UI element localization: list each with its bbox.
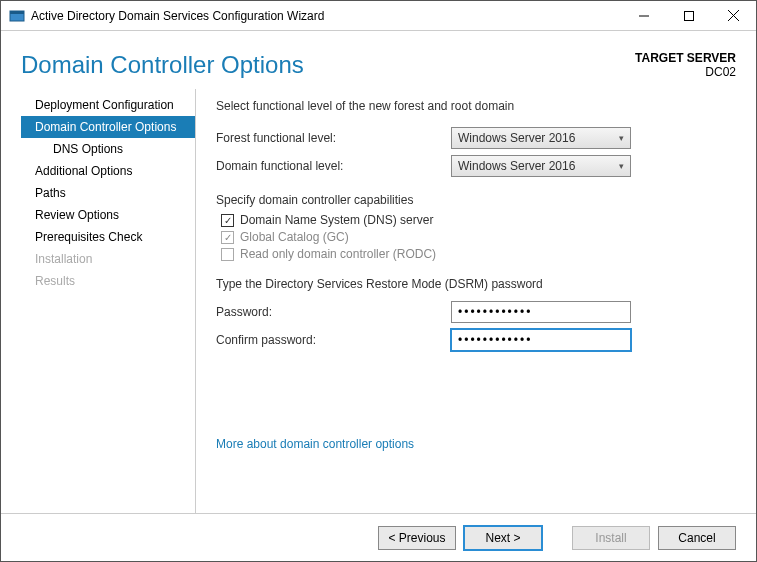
dsrm-intro: Type the Directory Services Restore Mode… xyxy=(216,277,731,291)
dns-checkbox[interactable] xyxy=(221,214,234,227)
password-label: Password: xyxy=(216,305,451,319)
domain-level-dropdown[interactable]: Windows Server 2016 ▾ xyxy=(451,155,631,177)
target-server-label: TARGET SERVER xyxy=(635,51,736,65)
dns-checkbox-label: Domain Name System (DNS) server xyxy=(240,213,433,227)
nav-paths[interactable]: Paths xyxy=(21,182,195,204)
nav-sidebar: Deployment Configuration Domain Controll… xyxy=(21,89,196,513)
next-button[interactable]: Next > xyxy=(464,526,542,550)
functional-level-intro: Select functional level of the new fores… xyxy=(216,99,731,113)
maximize-button[interactable] xyxy=(666,1,711,31)
svg-rect-3 xyxy=(684,11,693,20)
body: Deployment Configuration Domain Controll… xyxy=(1,89,756,513)
install-button: Install xyxy=(572,526,650,550)
rodc-checkbox-label: Read only domain controller (RODC) xyxy=(240,247,436,261)
previous-button[interactable]: < Previous xyxy=(378,526,456,550)
more-about-link[interactable]: More about domain controller options xyxy=(216,437,414,451)
forest-level-value: Windows Server 2016 xyxy=(458,131,575,145)
nav-installation: Installation xyxy=(21,248,195,270)
nav-review-options[interactable]: Review Options xyxy=(21,204,195,226)
gc-checkbox-label: Global Catalog (GC) xyxy=(240,230,349,244)
target-server-name: DC02 xyxy=(635,65,736,79)
domain-level-label: Domain functional level: xyxy=(216,159,451,173)
confirm-password-input[interactable] xyxy=(451,329,631,351)
header: Domain Controller Options TARGET SERVER … xyxy=(1,31,756,89)
cancel-button[interactable]: Cancel xyxy=(658,526,736,550)
capabilities-label: Specify domain controller capabilities xyxy=(216,193,731,207)
target-server-info: TARGET SERVER DC02 xyxy=(635,51,736,79)
chevron-down-icon: ▾ xyxy=(619,133,624,143)
nav-dns-options[interactable]: DNS Options xyxy=(21,138,195,160)
svg-rect-1 xyxy=(10,11,24,14)
password-input[interactable] xyxy=(451,301,631,323)
domain-level-value: Windows Server 2016 xyxy=(458,159,575,173)
titlebar: Active Directory Domain Services Configu… xyxy=(1,1,756,31)
nav-additional-options[interactable]: Additional Options xyxy=(21,160,195,182)
nav-prerequisites-check[interactable]: Prerequisites Check xyxy=(21,226,195,248)
window-title: Active Directory Domain Services Configu… xyxy=(31,9,621,23)
chevron-down-icon: ▾ xyxy=(619,161,624,171)
app-icon xyxy=(9,8,25,24)
confirm-password-label: Confirm password: xyxy=(216,333,451,347)
close-button[interactable] xyxy=(711,1,756,31)
footer: < Previous Next > Install Cancel xyxy=(1,513,756,561)
nav-deployment-configuration[interactable]: Deployment Configuration xyxy=(21,94,195,116)
rodc-checkbox xyxy=(221,248,234,261)
nav-results: Results xyxy=(21,270,195,292)
minimize-button[interactable] xyxy=(621,1,666,31)
forest-level-label: Forest functional level: xyxy=(216,131,451,145)
gc-checkbox xyxy=(221,231,234,244)
content-pane: Select functional level of the new fores… xyxy=(196,89,756,513)
page-title: Domain Controller Options xyxy=(21,51,304,79)
nav-domain-controller-options[interactable]: Domain Controller Options xyxy=(21,116,195,138)
forest-level-dropdown[interactable]: Windows Server 2016 ▾ xyxy=(451,127,631,149)
wizard-window: Active Directory Domain Services Configu… xyxy=(0,0,757,562)
